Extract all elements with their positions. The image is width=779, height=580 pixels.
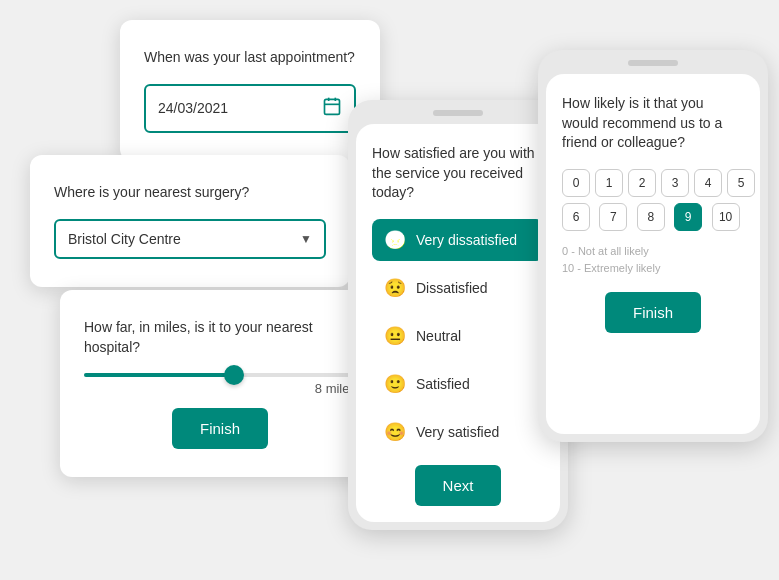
nps-0[interactable]: 0: [562, 169, 590, 197]
hospital-question: How far, in miles, is it to your nearest…: [84, 318, 356, 357]
appointment-question: When was your last appointment?: [144, 48, 356, 68]
appointment-card: When was your last appointment? 24/03/20…: [120, 20, 380, 161]
surgery-card: Where is your nearest surgery? Bristol C…: [30, 155, 350, 287]
satisfaction-question: How satisfied are you with the service y…: [372, 144, 544, 203]
dissatisfied-icon: 😟: [384, 277, 406, 299]
nps-7[interactable]: 7: [599, 203, 627, 231]
hospital-finish-button[interactable]: Finish: [172, 408, 268, 449]
option-very-satisfied[interactable]: 😊 Very satisfied: [372, 411, 544, 453]
calendar-icon: [322, 96, 342, 121]
miles-slider[interactable]: 8 miles: [84, 373, 356, 396]
nps-hint: 0 - Not at all likely 10 - Extremely lik…: [562, 243, 744, 278]
nps-1[interactable]: 1: [595, 169, 623, 197]
date-value: 24/03/2021: [158, 100, 228, 116]
very-dissatisfied-label: Very dissatisfied: [416, 232, 517, 248]
nps-8[interactable]: 8: [637, 203, 665, 231]
recommend-card: How likely is it that you would recommen…: [546, 74, 760, 434]
recommend-finish-button[interactable]: Finish: [605, 292, 701, 333]
surgery-question: Where is your nearest surgery?: [54, 183, 326, 203]
option-satisfied[interactable]: 🙂 Satisfied: [372, 363, 544, 405]
neutral-label: Neutral: [416, 328, 461, 344]
nps-row1: 0 1 2 3 4 5: [562, 169, 744, 197]
nps-10[interactable]: 10: [712, 203, 740, 231]
very-satisfied-label: Very satisfied: [416, 424, 499, 440]
svg-rect-0: [325, 99, 340, 114]
slider-value: 8 miles: [84, 381, 356, 396]
satisfaction-card: How satisfied are you with the service y…: [356, 124, 560, 522]
option-dissatisfied[interactable]: 😟 Dissatisfied: [372, 267, 544, 309]
neutral-icon: 😐: [384, 325, 406, 347]
nps-row2: 6 7 8 9 10: [562, 203, 744, 231]
nps-2[interactable]: 2: [628, 169, 656, 197]
nps-hint-low: 0 - Not at all likely: [562, 245, 649, 257]
recommend-phone: How likely is it that you would recommen…: [538, 50, 768, 442]
option-neutral[interactable]: 😐 Neutral: [372, 315, 544, 357]
nps-4[interactable]: 4: [694, 169, 722, 197]
surgery-value: Bristol City Centre: [68, 231, 181, 247]
nps-9[interactable]: 9: [674, 203, 702, 231]
nps-5[interactable]: 5: [727, 169, 755, 197]
nps-6[interactable]: 6: [562, 203, 590, 231]
satisfied-icon: 🙂: [384, 373, 406, 395]
satisfaction-phone: How satisfied are you with the service y…: [348, 100, 568, 530]
nps-hint-high: 10 - Extremely likely: [562, 262, 660, 274]
dissatisfied-label: Dissatisfied: [416, 280, 488, 296]
satisfied-label: Satisfied: [416, 376, 470, 392]
option-very-dissatisfied[interactable]: 😠 Very dissatisfied: [372, 219, 544, 261]
chevron-down-icon: ▼: [300, 232, 312, 246]
satisfaction-next-button[interactable]: Next: [415, 465, 502, 506]
hospital-card: How far, in miles, is it to your nearest…: [60, 290, 380, 477]
date-input[interactable]: 24/03/2021: [144, 84, 356, 133]
nps-3[interactable]: 3: [661, 169, 689, 197]
very-dissatisfied-icon: 😠: [384, 229, 406, 251]
very-satisfied-icon: 😊: [384, 421, 406, 443]
surgery-dropdown[interactable]: Bristol City Centre ▼: [54, 219, 326, 259]
recommend-question: How likely is it that you would recommen…: [562, 94, 744, 153]
